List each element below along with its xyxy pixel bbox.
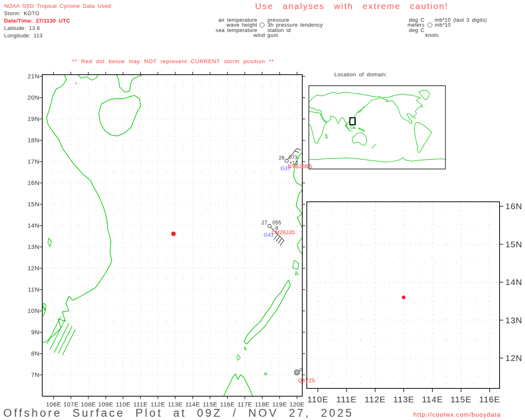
lat-axis-label: 17N bbox=[27, 158, 39, 165]
world-coastline bbox=[412, 117, 416, 118]
world-coastline bbox=[349, 130, 352, 131]
world-coastline bbox=[381, 94, 423, 123]
islet bbox=[265, 373, 267, 375]
zoom-lon-axis-label: 113E bbox=[393, 395, 415, 404]
lat-axis-label: 12N bbox=[27, 265, 39, 272]
domain-inset-title: Location of domain: bbox=[334, 71, 387, 78]
lat-axis-label: 19N bbox=[27, 115, 39, 122]
world-coastline bbox=[419, 90, 429, 100]
source-url: http://coolwx.com/buoydata bbox=[413, 411, 501, 418]
zoom-lat-axis-label: 14N bbox=[505, 277, 523, 287]
palawan-island bbox=[244, 280, 290, 344]
station-pressure: 055 bbox=[272, 220, 281, 226]
station-pressure: 073 bbox=[289, 155, 298, 160]
storm-latitude-line: Latitude: 13.6 bbox=[4, 25, 40, 32]
zoom-lon-axis-label: 116E bbox=[479, 395, 500, 404]
legend-unit-sea: deg C bbox=[409, 27, 425, 33]
station-model-circle-units-icon bbox=[427, 23, 432, 27]
islet bbox=[295, 272, 299, 275]
lat-axis-label: 13N bbox=[27, 243, 39, 250]
storm-name-line: Storm: KOTO bbox=[4, 10, 39, 17]
world-coastline bbox=[345, 125, 349, 130]
data-source-line: NOAA SSD Tropical Cyclone Data Used: bbox=[4, 2, 112, 10]
station-gust: G41 bbox=[264, 232, 274, 238]
station-gust: G37 bbox=[281, 166, 291, 171]
lat-axis-label: 7N bbox=[31, 371, 39, 378]
main-map: 21N20N19N18N17N16N15N14N13N12N11N10N9N8N… bbox=[27, 72, 308, 408]
world-inset-border bbox=[309, 86, 445, 169]
vietnam-coastline bbox=[41, 74, 112, 343]
leizhou-peninsula bbox=[116, 74, 144, 92]
islet bbox=[237, 355, 240, 361]
zoom-lat-axis-label: 16N bbox=[505, 201, 523, 211]
domain-location-inset bbox=[309, 86, 445, 169]
legend-unit-tendency: mb*10 bbox=[435, 22, 451, 28]
borneo-coastline bbox=[224, 374, 253, 396]
world-coastline bbox=[309, 112, 327, 143]
lat-axis-label: 8N bbox=[31, 350, 39, 357]
station-circle bbox=[285, 159, 288, 162]
lat-axis-label: 15N bbox=[27, 201, 39, 208]
storm-dot-warning: ** Red dot below may NOT represent CURRE… bbox=[72, 58, 274, 64]
station-id: CMZ6JJD bbox=[272, 230, 295, 235]
station-air-temp: 26 bbox=[278, 155, 285, 161]
world-coastline bbox=[358, 128, 365, 131]
plot-title: Offshore Surface Plot at 09Z / NOV 27, 2… bbox=[3, 407, 354, 420]
world-coastline bbox=[309, 92, 381, 126]
zoom-lat-axis-label: 15N bbox=[505, 240, 523, 249]
lat-axis-label: 11N bbox=[28, 286, 39, 293]
zoom-inset-border bbox=[307, 202, 500, 388]
zoom-lat-axis-label: 13N bbox=[505, 315, 523, 325]
legend-unit-gust: knots bbox=[425, 32, 439, 38]
zoom-lon-axis-label: 115E bbox=[450, 395, 472, 404]
world-coastline bbox=[352, 132, 367, 146]
lat-axis-label: 14N bbox=[27, 222, 39, 229]
world-coastline bbox=[309, 158, 445, 162]
lake-outline bbox=[48, 238, 52, 247]
station-calm-value: 0 bbox=[299, 367, 302, 372]
world-coastline bbox=[354, 127, 355, 129]
station-id: DYBJBBS bbox=[288, 164, 312, 169]
buoy-plot-page: 21N20N19N18N17N16N15N14N13N12N11N10N9N8N… bbox=[0, 0, 525, 420]
world-coastline bbox=[326, 134, 327, 138]
legend-station-id: station id bbox=[267, 27, 291, 33]
zoom-lon-axis-label: 112E bbox=[365, 395, 386, 404]
storm-position-dot-zoom bbox=[402, 296, 406, 299]
world-coastline bbox=[350, 125, 354, 129]
legend-sea-temperature: sea temperature bbox=[216, 27, 257, 33]
zoom-lon-axis-label: 111E bbox=[336, 395, 357, 404]
lat-axis-label: 21N bbox=[27, 73, 39, 80]
storm-datetime-line: Date/Time: 27/1130 UTC bbox=[4, 17, 70, 25]
lat-axis-label: 9N bbox=[31, 329, 39, 336]
station-air-temp: 27 bbox=[261, 220, 267, 226]
station-id: Q6YZ5 bbox=[298, 378, 315, 383]
world-coastline bbox=[414, 122, 431, 153]
lat-axis-label: 20N bbox=[27, 94, 39, 101]
storm-position-dot bbox=[171, 232, 176, 236]
lat-axis-label: 16N bbox=[27, 179, 39, 186]
islet bbox=[75, 82, 77, 84]
caution-banner: Use analyses with extreme caution! bbox=[255, 1, 448, 11]
zoom-lon-axis-label: 110E bbox=[307, 395, 329, 404]
zoom-lat-axis-label: 12N bbox=[505, 353, 523, 363]
zoom-lon-axis-label: 114E bbox=[422, 395, 443, 404]
zoom-inset-map: 110E111E112E113E114E115E116E16N15N14N13N… bbox=[307, 201, 523, 404]
hainan-island bbox=[99, 96, 141, 136]
lat-axis-label: 10N bbox=[27, 307, 39, 314]
busuanga-island bbox=[293, 260, 299, 269]
station-circle bbox=[268, 224, 271, 228]
storm-longitude-line: Longitude: 113 bbox=[4, 32, 43, 39]
station-model-circle-icon bbox=[260, 23, 265, 27]
lat-axis-label: 18N bbox=[27, 137, 39, 144]
station-calm-circle bbox=[294, 370, 299, 375]
islet bbox=[244, 347, 246, 349]
world-coastline bbox=[372, 144, 376, 148]
